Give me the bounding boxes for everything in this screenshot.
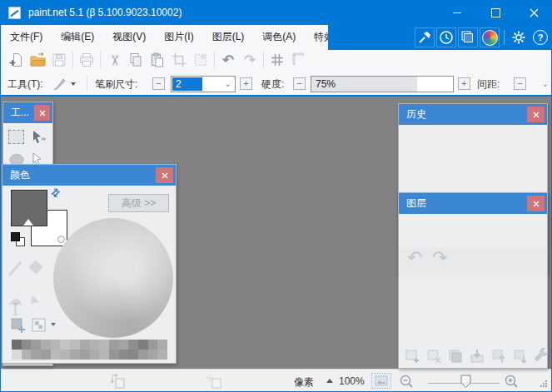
palette-swatch[interactable] [80,340,90,350]
deselect-button[interactable] [191,51,210,69]
menu-edit[interactable]: 编辑(E) [52,25,103,48]
menu-image[interactable]: 图片(I) [155,25,202,48]
brush-size-decrease-button[interactable] [152,77,165,90]
menu-file[interactable]: 文件(F) [1,25,52,48]
tools-window-toggle[interactable] [415,27,435,47]
palette-manager-button[interactable] [30,316,47,334]
ruler-toggle-button[interactable] [290,51,308,69]
colors-panel-titlebar[interactable]: 颜色 [2,165,176,186]
redo-button[interactable]: ↷ [241,51,259,69]
spacing-decrease-button[interactable] [514,77,526,90]
palette-swatch[interactable] [148,340,158,350]
current-tool-dropdown[interactable] [47,75,81,92]
layers-close-button[interactable] [527,196,545,211]
palette-swatch[interactable] [157,340,167,350]
layer-properties-button[interactable] [533,347,551,365]
menu-adjustments[interactable]: 调色(A) [253,25,305,48]
palette-dropdown-arrow[interactable] [51,323,56,326]
copy-button[interactable] [127,51,145,69]
crop-button[interactable] [170,51,188,69]
palette-swatch[interactable] [157,350,167,360]
menu-view[interactable]: 视图(V) [103,25,155,48]
zoom-slider-thumb[interactable] [460,375,471,389]
colors-window-toggle[interactable] [480,27,500,47]
palette-swatch[interactable] [31,350,41,360]
save-button[interactable] [50,51,68,69]
palette-swatch[interactable] [41,350,51,360]
hardness-decrease-button[interactable] [293,77,306,90]
zoom-in-button[interactable] [502,373,520,390]
palette-swatch[interactable] [12,350,22,360]
new-file-button[interactable] [7,51,25,69]
palette-swatch[interactable] [99,340,109,350]
palette-swatch[interactable] [41,340,51,350]
print-button[interactable] [77,51,96,69]
maximize-button[interactable] [476,0,515,25]
paste-button[interactable] [148,51,167,69]
palette-swatch[interactable] [80,350,90,360]
palette-swatch[interactable] [109,340,119,350]
primary-color-swatch[interactable] [11,190,47,226]
undo-button[interactable]: ↶ [219,51,237,69]
palette-swatch[interactable] [128,350,138,360]
duplicate-layer-button[interactable] [446,347,465,365]
add-color-to-palette-button[interactable] [9,316,27,334]
move-layer-down-button[interactable] [511,347,530,365]
swap-colors-icon[interactable]: ⇄ [47,185,62,200]
cut-button[interactable]: ✂ [105,51,123,69]
move-selected-pixels-tool[interactable] [29,128,47,146]
palette-swatch[interactable] [70,350,80,360]
zoom-out-button[interactable] [397,373,415,390]
color-wheel-selector[interactable] [57,236,65,243]
minimize-button[interactable] [438,0,476,25]
palette-swatch[interactable] [51,340,61,350]
palette-swatch[interactable] [119,340,129,350]
palette-swatch[interactable] [12,340,22,350]
palette-swatch[interactable] [128,340,138,350]
zoom-to-window-button[interactable] [371,373,391,389]
palette-swatch[interactable] [31,340,41,350]
palette-swatch[interactable] [90,350,100,360]
delete-layer-button[interactable] [425,347,443,365]
layers-window-toggle[interactable] [458,27,478,47]
history-panel-titlebar[interactable]: 历史 [399,104,547,125]
brush-size-combobox[interactable]: 2 ⌄ [171,76,236,92]
layers-list[interactable]: ↶ ↷ [399,214,547,368]
palette-swatch[interactable] [148,350,158,360]
hardness-slider-input[interactable]: 75% [311,76,454,92]
palette-swatch[interactable] [138,340,148,350]
color-wheel[interactable] [53,218,173,338]
history-window-toggle[interactable] [436,27,456,47]
default-primary-chip[interactable] [11,232,20,241]
brush-size-increase-button[interactable] [240,77,252,90]
palette-swatch[interactable] [109,350,119,360]
palette-swatch[interactable] [51,350,61,360]
units-dropdown-arrow[interactable] [326,379,333,383]
move-layer-up-button[interactable] [490,347,508,365]
zoom-percentage[interactable]: 100% [339,375,365,387]
advanced-colors-button[interactable]: 高级 >> [108,194,169,212]
palette-swatch[interactable] [60,340,70,350]
palette-swatch[interactable] [99,350,109,360]
palette-swatch[interactable] [22,350,32,360]
grid-toggle-button[interactable] [268,51,286,69]
palette-swatch[interactable] [119,350,129,360]
rectangle-select-tool[interactable] [7,128,25,146]
merge-layer-down-button[interactable] [468,347,486,365]
spacing-control-clipped[interactable]: ⌄ [542,79,549,88]
settings-button[interactable] [509,27,529,47]
tools-panel-titlebar[interactable]: 工... [3,102,52,123]
tools-close-button[interactable] [34,105,50,121]
layers-panel-titlebar[interactable]: 图层 [399,193,547,214]
palette-swatch[interactable] [70,340,80,350]
palette-swatch[interactable] [138,350,148,360]
hardness-increase-button[interactable] [458,77,470,90]
units-dropdown[interactable]: 像素 [294,375,314,390]
history-close-button[interactable] [527,107,545,122]
palette-swatch[interactable] [90,340,100,350]
open-file-button[interactable] [28,51,47,69]
colors-close-button[interactable] [156,167,173,183]
add-layer-button[interactable] [403,347,421,365]
close-button[interactable] [515,0,552,25]
help-button[interactable] [530,27,550,47]
